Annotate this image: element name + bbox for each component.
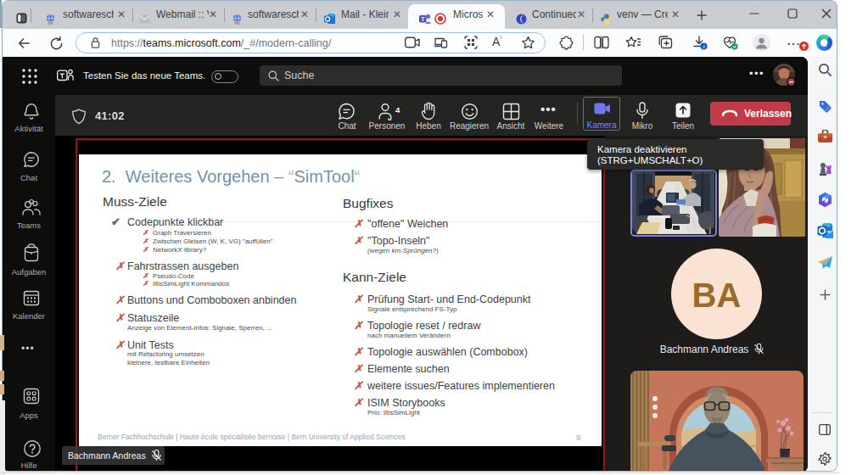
svg-text:mx: mx bbox=[235, 21, 241, 25]
svg-text:mx: mx bbox=[48, 21, 54, 25]
svg-text:T: T bbox=[421, 16, 425, 22]
svg-text:4: 4 bbox=[395, 105, 400, 115]
